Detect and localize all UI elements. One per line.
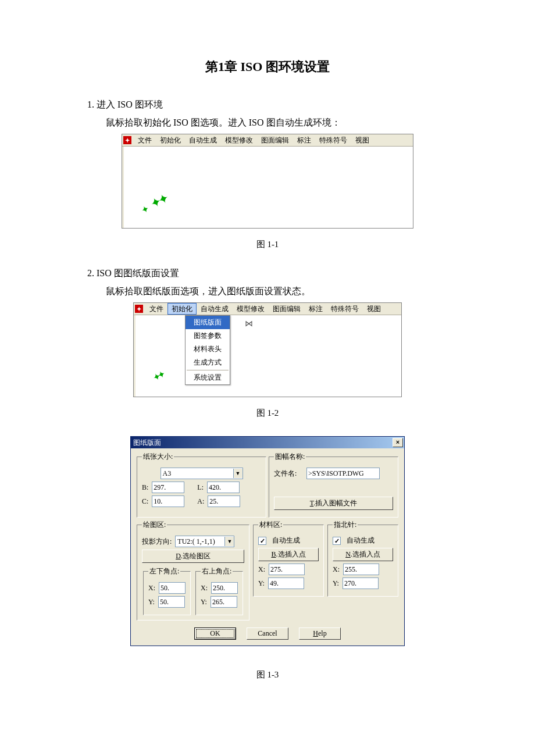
close-icon[interactable]: × [393,438,403,447]
paper-size-group: 纸张大小: A3 ▼ B: L: [137,452,266,518]
menubar-2: ✦ 文件 初始化 自动生成 模型修改 图面编辑 标注 特殊符号 视图 [134,303,401,315]
mat-insert-button[interactable]: B.选插入点 [258,548,319,561]
input-northy[interactable] [343,577,379,589]
dd-gen-mode[interactable]: 生成方式 [186,356,230,369]
screenshot-2: ✦ 文件 初始化 自动生成 模型修改 图面编辑 标注 特殊符号 视图 ⋈ 图纸版… [133,302,402,397]
input-lly[interactable] [158,596,185,608]
label-maty: Y: [258,579,265,588]
label-northx: X: [333,565,340,574]
menu2-autogen[interactable]: 自动生成 [197,304,233,314]
chapter-title: 第1章 ISO 图环境设置 [87,58,448,76]
input-northx[interactable] [343,564,379,575]
menu2-file[interactable]: 文件 [145,304,167,314]
draw-area-group: 绘图区: 投影方向: TU2:( 1,-1,1) ▼ D.选绘图区 左下角点: … [137,520,249,621]
draw-area-legend: 绘图区: [142,520,167,530]
ll-legend: 左下角点: [148,566,180,576]
section-1-body: 鼠标拾取初始化 ISO 图选项。进入 ISO 图自动生成环境： [87,117,448,129]
ucs-icon: ✦✦ [148,191,169,212]
menu-model[interactable]: 模型修改 [221,135,257,145]
menu2-edit[interactable]: 图面编辑 [269,304,305,314]
menu-annot[interactable]: 标注 [293,135,315,145]
paper-size-legend: 纸张大小: [142,452,174,462]
init-dropdown: 图纸版面 图签参数 材料表头 生成方式 系统设置 [185,315,230,385]
insert-frame-button[interactable]: TT.插入图幅文件.插入图幅文件 [274,497,393,510]
paper-layout-dialog: 图纸版面 × 纸张大小: A3 ▼ B: [130,436,405,646]
north-arrow-group: 指北针: ✓自动生成 N.选插入点 X: Y: [327,520,398,597]
north-insert-button[interactable]: N.选插入点 [333,548,393,561]
input-a[interactable] [208,495,240,507]
dialog-titlebar: 图纸版面 × [131,437,404,448]
input-filename[interactable] [306,468,380,479]
proj-combo[interactable]: TU2:( 1,-1,1) ▼ [175,536,234,547]
cancel-button[interactable]: Cancel [247,627,288,640]
paper-size-combo[interactable]: A3 ▼ [160,468,243,479]
ok-button[interactable]: OK [194,627,236,640]
ll-group: 左下角点: X: Y: [143,566,191,615]
figure-1-caption: 图 1-1 [87,239,448,250]
ur-legend: 右上角点: [201,566,233,576]
checkbox-mat-auto[interactable]: ✓ [258,537,266,545]
label-l: L: [197,483,204,492]
label-proj: 投影方向: [142,537,172,547]
dd-title-params[interactable]: 图签参数 [186,329,230,343]
section-2-heading: 2. ISO 图图纸版面设置 [87,268,448,280]
input-b[interactable] [152,482,184,493]
menu-view[interactable]: 视图 [351,135,373,145]
input-matx[interactable] [269,564,305,575]
bowtie-icon: ⋈ [245,319,253,329]
chevron-down-icon[interactable]: ▼ [233,469,242,478]
ucs-icon-3: ✦✦ [151,369,165,384]
app-icon: ✦ [123,136,131,144]
checkbox-north-auto[interactable]: ✓ [333,537,341,545]
material-area-group: 材料区: ✓自动生成 B.选插入点 X: Y: [253,520,324,597]
label-lly: Y: [148,598,155,607]
dialog-title: 图纸版面 [133,438,161,448]
menubar: ✦ 文件 初始化 自动生成 模型修改 图面编辑 标注 特殊符号 视图 [122,134,413,147]
menu2-model[interactable]: 模型修改 [233,304,269,314]
dd-system-settings[interactable]: 系统设置 [186,371,230,384]
label-mat-auto: 自动生成 [272,536,300,545]
input-l[interactable] [207,482,240,493]
menu2-symbol[interactable]: 特殊符号 [327,304,363,314]
input-ury[interactable] [211,596,237,608]
help-button[interactable]: Help [299,627,341,640]
input-urx[interactable] [211,582,238,594]
proj-value: TU2:( 1,-1,1) [176,537,224,546]
label-a: A: [197,497,204,506]
paper-size-value: A3 [161,469,233,478]
frame-name-group: 图幅名称: 文件名: TT.插入图幅文件.插入图幅文件 [269,452,398,518]
label-filename: 文件名: [274,469,303,479]
screenshot-1: ✦ 文件 初始化 自动生成 模型修改 图面编辑 标注 特殊符号 视图 ✦✦ ✦ [122,134,413,229]
label-c: C: [142,497,148,506]
north-legend: 指北针: [333,520,358,530]
figure-2-caption: 图 1-2 [87,408,448,419]
material-legend: 材料区: [258,520,283,530]
input-maty[interactable] [268,577,304,589]
chevron-down-icon-2[interactable]: ▼ [224,537,234,546]
section-2-body: 鼠标拾取图纸版面选项，进入图纸版面设置状态。 [87,286,448,298]
select-draw-area-button[interactable]: D.选绘图区 [142,550,244,563]
input-c[interactable] [152,495,184,507]
figure-3-caption: 图 1-3 [87,669,448,680]
menu2-view[interactable]: 视图 [363,304,385,314]
input-llx[interactable] [159,582,186,594]
dd-paper-layout[interactable]: 图纸版面 [186,316,230,329]
menu2-init[interactable]: 初始化 [167,303,197,315]
label-urx: X: [201,584,208,593]
label-b: B: [142,483,148,492]
section-1-heading: 1. 进入 ISO 图环境 [87,99,448,111]
frame-name-legend: 图幅名称: [274,452,306,462]
menu-edit[interactable]: 图面编辑 [257,135,293,145]
menu-init[interactable]: 初始化 [156,135,185,145]
ucs-icon-2: ✦ [139,204,148,216]
label-matx: X: [258,565,265,574]
label-llx: X: [148,584,155,593]
drawing-canvas-2: ⋈ 图纸版面 图签参数 材料表头 生成方式 系统设置 ✦✦ [134,315,401,397]
menu-autogen[interactable]: 自动生成 [185,135,221,145]
menu-symbol[interactable]: 特殊符号 [315,135,351,145]
menu-file[interactable]: 文件 [134,135,156,145]
menu2-annot[interactable]: 标注 [305,304,327,314]
label-north-auto: 自动生成 [347,536,374,545]
drawing-canvas: ✦✦ ✦ [122,147,413,228]
dd-material-header[interactable]: 材料表头 [186,343,230,356]
